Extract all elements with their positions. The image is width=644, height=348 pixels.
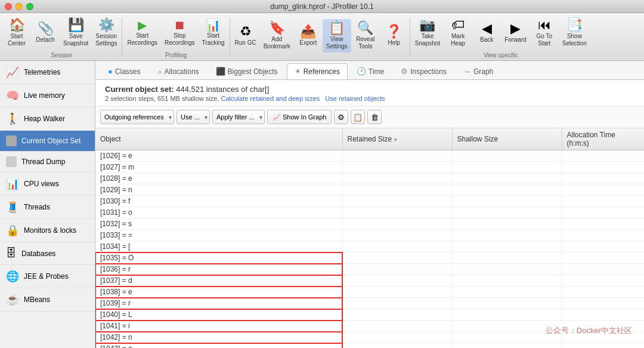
table-row[interactable]: [1030] = f	[95, 196, 644, 207]
cell-retained	[342, 264, 452, 275]
sidebar-item-jee-probes[interactable]: 🌐 JEE & Probes	[0, 265, 95, 288]
cell-retained	[342, 321, 452, 332]
back-icon: ◀	[482, 22, 492, 35]
use-retained-link[interactable]: Use retained objects	[325, 95, 385, 102]
cell-shallow	[452, 184, 562, 196]
object-table-container[interactable]: Object Retained Size ▾ Shallow Size Allo…	[95, 128, 644, 348]
sidebar-item-live-memory[interactable]: 🧠 Live memory	[0, 84, 95, 107]
table-row[interactable]: [1029] = n	[95, 184, 644, 196]
table-row[interactable]: [1036] = r	[95, 264, 644, 275]
table-body: [1026] = e[1027] = m[1028] = e[1029] = n…	[95, 150, 644, 349]
sidebar-item-thread-dump[interactable]: Thread Dump	[0, 152, 95, 173]
sidebar-item-label: CPU views	[24, 180, 59, 188]
run-gc-icon: ♻	[240, 25, 252, 38]
minimize-button[interactable]	[16, 3, 23, 10]
export-button[interactable]: 📤 Export	[294, 23, 323, 49]
table-row[interactable]: [1043] = e	[95, 343, 644, 349]
show-in-graph-button[interactable]: 📈 Show In Graph	[267, 110, 332, 124]
tab-time-label: Time	[369, 67, 384, 76]
time-tab-icon: 🕐	[357, 67, 366, 76]
col-alloc-header[interactable]: Allocation Time (h:m:s)	[562, 128, 644, 150]
apply-filter-select[interactable]: Apply filter ...	[212, 110, 265, 124]
show-graph-icon: 📈	[273, 113, 281, 121]
col-object-header[interactable]: Object	[95, 128, 342, 150]
sidebar-item-label: Threads	[24, 203, 50, 211]
table-row[interactable]: [1041] = i	[95, 321, 644, 332]
show-selection-button[interactable]: 📑 ShowSelection	[559, 16, 590, 50]
session-settings-button[interactable]: ⚙️ SessionSettings	[92, 16, 120, 50]
forward-icon: ▶	[510, 22, 521, 35]
sidebar-item-current-object-set[interactable]: Current Object Set	[0, 131, 95, 152]
use-select[interactable]: Use ...	[177, 110, 210, 124]
col-shallow-header[interactable]: Shallow Size	[452, 128, 562, 150]
table-row[interactable]: [1026] = e	[95, 150, 644, 162]
reference-type-select[interactable]: Outgoing references	[100, 110, 174, 124]
tab-inspections[interactable]: ⚙ Inspections	[393, 63, 454, 79]
table-row[interactable]: [1035] = O	[95, 252, 644, 264]
cell-retained	[342, 173, 452, 184]
start-recordings-button[interactable]: ▶ StartRecordings	[123, 17, 161, 49]
cell-object: [1028] = e	[95, 173, 342, 184]
mark-heap-button[interactable]: 🏷 MarkHeap	[444, 16, 472, 50]
table-row[interactable]: [1040] = L	[95, 309, 644, 321]
maximize-button[interactable]	[26, 3, 33, 10]
cell-shallow	[452, 207, 562, 218]
take-snapshot-button[interactable]: 📷 TakeSnapshot	[411, 16, 444, 50]
table-row[interactable]: [1027] = m	[95, 162, 644, 173]
view-specific-section-label: View specific	[411, 52, 590, 60]
tab-biggest-objects[interactable]: ⬛ Biggest Objects	[208, 63, 286, 79]
help-button[interactable]: ❓ Help	[380, 23, 408, 49]
reference-type-wrapper: Outgoing references	[100, 110, 174, 124]
table-row[interactable]: [1031] = o	[95, 207, 644, 218]
table-row[interactable]: [1033] = =	[95, 230, 644, 241]
detach-button[interactable]: 📎 Detach	[31, 20, 60, 46]
heap-walker-icon: 🚶	[6, 112, 19, 125]
table-row[interactable]: [1028] = e	[95, 173, 644, 184]
sidebar-item-databases[interactable]: 🗄 Databases	[0, 242, 95, 265]
close-button[interactable]	[5, 3, 12, 10]
sidebar-item-threads[interactable]: 🧵 Threads	[0, 196, 95, 219]
back-button[interactable]: ◀ Back	[472, 20, 501, 46]
tab-allocations[interactable]: ⬦ Allocations	[150, 63, 207, 79]
export-icon-button[interactable]: 📋	[351, 110, 365, 124]
stop-recordings-button[interactable]: ⏹ StopRecordings	[161, 17, 199, 49]
table-row[interactable]: [1032] = s	[95, 218, 644, 230]
sidebar-item-cpu-views[interactable]: 📊 CPU views	[0, 173, 95, 196]
view-settings-button[interactable]: 📋 ViewSettings	[323, 19, 351, 53]
filter-bar: Outgoing references Use ... Apply filter…	[95, 106, 644, 128]
cell-alloc	[562, 298, 644, 309]
save-snapshot-button[interactable]: 💾 SaveSnapshot	[60, 16, 92, 50]
cell-shallow	[452, 343, 562, 349]
start-tracking-button[interactable]: 📊 StartTracking	[199, 17, 228, 49]
session-section-label: Session	[2, 52, 120, 60]
tab-references-label: References	[304, 67, 340, 76]
sidebar-item-telemetries[interactable]: 📈 Telemetries	[0, 61, 95, 84]
tab-classes[interactable]: ● Classes	[100, 63, 148, 79]
sidebar-item-heap-walker[interactable]: 🚶 Heap Walker	[0, 107, 95, 131]
reveal-tools-button[interactable]: 🔍 RevealTools	[351, 19, 380, 53]
go-to-start-button[interactable]: ⏮ Go ToStart	[530, 16, 559, 50]
start-center-button[interactable]: 🏠 StartCenter	[2, 16, 31, 50]
tab-time[interactable]: 🕐 Time	[349, 63, 392, 79]
divider-1	[122, 18, 122, 56]
table-row[interactable]: [1042] = n	[95, 332, 644, 343]
col-retained-header[interactable]: Retained Size ▾	[342, 128, 452, 150]
tab-graph[interactable]: ↔ Graph	[456, 63, 501, 79]
forward-button[interactable]: ▶ Forward	[501, 20, 530, 46]
add-bookmark-button[interactable]: 🔖 AddBookmark	[260, 19, 294, 53]
delete-icon-button[interactable]: 🗑	[367, 110, 382, 124]
table-row[interactable]: [1037] = d	[95, 275, 644, 287]
calculate-retained-link[interactable]: Calculate retained and deep sizes	[221, 95, 320, 102]
sidebar-item-mbeans[interactable]: ☕ MBeans	[0, 288, 95, 312]
tab-references[interactable]: ✴ References	[287, 63, 348, 79]
sidebar-item-monitors-locks[interactable]: 🔒 Monitors & locks	[0, 219, 95, 242]
table-row[interactable]: [1039] = r	[95, 298, 644, 309]
cell-shallow	[452, 252, 562, 264]
run-gc-button[interactable]: ♻ Run GC	[231, 23, 260, 49]
table-row[interactable]: [1034] = [	[95, 241, 644, 252]
show-selection-icon: 📑	[566, 19, 583, 32]
settings-icon-button[interactable]: ⚙	[334, 110, 348, 124]
retained-sort-indicator: ▾	[394, 137, 397, 143]
cell-retained	[342, 332, 452, 343]
table-row[interactable]: [1038] = e	[95, 287, 644, 298]
